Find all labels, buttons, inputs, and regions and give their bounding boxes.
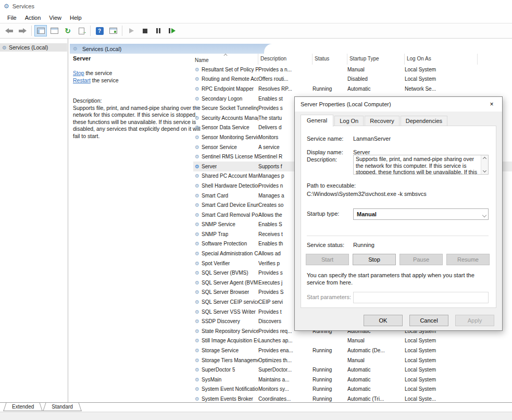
service-name-cell: SQL Server (BVMS) bbox=[202, 270, 248, 276]
service-row[interactable]: ⚙ System Event Notification S... Monitor… bbox=[193, 385, 512, 394]
service-logon-as-cell: Local Syste... bbox=[405, 396, 478, 402]
tree-item-services-local[interactable]: ⚙ Services (Local) bbox=[0, 43, 67, 52]
service-gear-icon: ⚙ bbox=[195, 251, 199, 256]
window-title: Services bbox=[13, 3, 34, 9]
forward-icon[interactable] bbox=[16, 25, 29, 36]
service-status-cell: Running bbox=[313, 396, 347, 402]
service-row[interactable]: ⚙ System Events Broker Coordinates... Ru… bbox=[193, 394, 512, 402]
export-list-icon[interactable] bbox=[75, 25, 88, 36]
service-name-cell: Routing and Remote Access bbox=[202, 76, 258, 82]
show-action-pane-icon[interactable] bbox=[107, 25, 119, 36]
service-row[interactable]: ⚙ Still Image Acquisition Events Launche… bbox=[193, 336, 512, 346]
service-gear-icon: ⚙ bbox=[195, 280, 199, 286]
service-name-cell: SQL Server Agent (BVMS) bbox=[202, 280, 258, 286]
start-parameters-input[interactable] bbox=[353, 292, 489, 303]
description-textbox[interactable]: Supports file, print, and named-pipe sha… bbox=[353, 155, 489, 175]
divider bbox=[307, 236, 489, 236]
close-icon[interactable]: × bbox=[481, 97, 502, 112]
service-gear-icon: ⚙ bbox=[195, 154, 199, 159]
apply-button[interactable]: Apply bbox=[455, 315, 494, 326]
start-button[interactable]: Start bbox=[306, 254, 349, 265]
chevron-down-icon bbox=[482, 213, 486, 217]
resume-button[interactable]: Resume bbox=[446, 254, 490, 265]
service-gear-icon: ⚙ bbox=[195, 115, 199, 121]
service-gear-icon: ⚙ bbox=[195, 125, 199, 130]
service-gear-icon: ⚙ bbox=[195, 96, 199, 102]
menu-view[interactable]: View bbox=[45, 14, 66, 22]
tab-dependencies[interactable]: Dependencies bbox=[401, 116, 447, 126]
status-bar bbox=[0, 412, 512, 420]
service-name-cell: Still Image Acquisition Events bbox=[202, 338, 258, 343]
pause-service-icon[interactable] bbox=[152, 25, 165, 36]
menu-help[interactable]: Help bbox=[66, 14, 86, 22]
service-name-label: Service name: bbox=[307, 135, 353, 142]
service-name-cell: SysMain bbox=[202, 377, 221, 382]
service-gear-icon: ⚙ bbox=[195, 144, 199, 150]
service-startup-type-cell: Manual bbox=[347, 338, 405, 343]
service-row[interactable]: ⚙ SysMain Maintains a... Running Automat… bbox=[193, 375, 512, 385]
service-status-cell: Running bbox=[313, 377, 347, 382]
general-tab-panel: Service name: LanmanServer Display name:… bbox=[301, 126, 496, 308]
properties-window-icon[interactable] bbox=[48, 25, 60, 36]
column-header-startup-type[interactable]: Startup Type bbox=[347, 54, 405, 65]
menu-file[interactable]: File bbox=[3, 14, 21, 22]
ok-button[interactable]: OK bbox=[364, 315, 403, 326]
tab-recovery[interactable]: Recovery bbox=[365, 116, 399, 126]
stop-service-icon[interactable] bbox=[139, 25, 151, 36]
service-name-cell: Shell Hardware Detection bbox=[202, 183, 258, 189]
server-properties-dialog: Server Properties (Local Computer) × Gen… bbox=[294, 96, 503, 331]
service-name-cell: Storage Tiers Management bbox=[202, 357, 258, 363]
service-row[interactable]: ⚙ Routing and Remote Access Offers routi… bbox=[193, 75, 512, 84]
column-header-logon-as[interactable]: Log On As bbox=[405, 54, 478, 65]
dialog-tab-strip: General Log On Recovery Dependencies bbox=[301, 114, 448, 126]
service-name-cell: SuperDoctor 5 bbox=[202, 367, 235, 373]
start-service-icon[interactable] bbox=[125, 25, 138, 36]
refresh-icon[interactable]: ↻ bbox=[61, 25, 74, 36]
service-startup-type-cell: Automatic bbox=[347, 386, 405, 392]
service-name-cell: Smart Card bbox=[202, 193, 228, 199]
service-row[interactable]: ⚙ Storage Service Provides ena... Runnin… bbox=[193, 345, 512, 355]
stop-service-link[interactable]: Stop bbox=[73, 70, 84, 76]
service-gear-icon: ⚙ bbox=[195, 241, 199, 246]
tab-extended[interactable]: Extended bbox=[3, 403, 43, 411]
tab-general[interactable]: General bbox=[301, 115, 333, 127]
help-icon[interactable]: ? bbox=[93, 25, 106, 36]
back-icon[interactable] bbox=[3, 25, 15, 36]
service-row[interactable]: ⚙ RPC Endpoint Mapper Resolves RP... Run… bbox=[193, 84, 512, 94]
restart-service-link[interactable]: Restart bbox=[73, 77, 91, 83]
service-startup-type-cell: Automatic bbox=[347, 367, 405, 373]
cancel-button[interactable]: Cancel bbox=[409, 315, 448, 326]
view-tabs: Extended Standard bbox=[0, 402, 512, 412]
tab-standard[interactable]: Standard bbox=[43, 403, 82, 411]
selected-service-title: Server bbox=[73, 55, 201, 61]
column-header-status[interactable]: Status bbox=[313, 54, 347, 65]
column-header-description[interactable]: Description bbox=[258, 54, 313, 65]
service-name-cell: State Repository Service bbox=[202, 328, 258, 334]
service-row[interactable]: ⚙ Storage Tiers Management Optimizes th.… bbox=[193, 355, 512, 365]
startup-type-value: Manual bbox=[357, 211, 377, 217]
startup-type-dropdown[interactable]: Manual bbox=[353, 208, 489, 220]
service-description-cell: Coordinates... bbox=[258, 396, 313, 402]
column-header-name[interactable]: Name bbox=[193, 54, 258, 65]
description-scrollbar[interactable] bbox=[481, 155, 488, 174]
service-row[interactable]: ⚙ SuperDoctor 5 SuperDoctor... Running A… bbox=[193, 365, 512, 375]
services-header-icon: ⚙ bbox=[73, 46, 78, 52]
service-row[interactable]: ⚙ Resultant Set of Policy Provi... Provi… bbox=[193, 65, 512, 75]
scroll-up-icon[interactable] bbox=[483, 157, 486, 160]
stop-link-suffix: the service bbox=[84, 70, 113, 76]
service-status-cell: Running bbox=[313, 367, 347, 373]
results-header-bar: ⚙ Services (Local) bbox=[70, 44, 512, 54]
service-status-cell: Running bbox=[313, 86, 347, 92]
tab-log-on[interactable]: Log On bbox=[334, 116, 364, 126]
service-gear-icon: ⚙ bbox=[195, 338, 199, 343]
service-name-cell: SNMP Service bbox=[202, 221, 235, 227]
restart-service-icon[interactable] bbox=[166, 25, 178, 36]
pause-button[interactable]: Pause bbox=[399, 254, 443, 265]
menu-action[interactable]: Action bbox=[21, 14, 45, 22]
stop-button[interactable]: Stop bbox=[353, 254, 396, 265]
service-description-cell: Monitors sy... bbox=[258, 386, 313, 392]
dialog-title-bar: Server Properties (Local Computer) × bbox=[295, 97, 502, 112]
service-gear-icon: ⚙ bbox=[195, 367, 199, 373]
show-console-tree-icon[interactable] bbox=[34, 25, 47, 36]
scroll-down-icon[interactable] bbox=[483, 169, 486, 172]
